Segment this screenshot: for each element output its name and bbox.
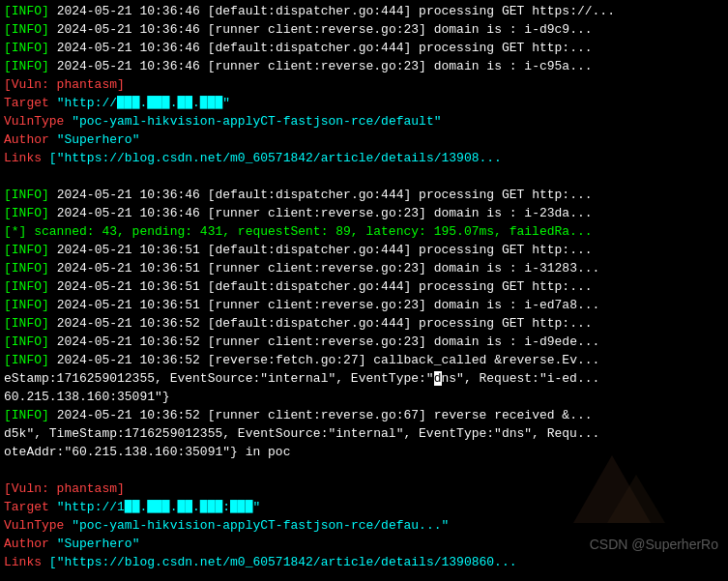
- log-line-15: [INFO] 2024-05-21 10:36:51 [default:disp…: [4, 277, 724, 296]
- target-field-1: Target "http://███.███.██.███": [4, 94, 724, 112]
- log-line-11: [INFO] 2024-05-21 10:36:46 [runner clien…: [4, 204, 724, 222]
- continuation-line-4: oteAddr:"60.215.138.160:35091"} in poc: [4, 443, 724, 461]
- log-line-19: [INFO] 2024-05-21 10:36:52 [reverse:fetc…: [4, 351, 724, 369]
- blank-1: [4, 167, 724, 186]
- blank-2: [4, 461, 724, 479]
- log-line-3: [INFO] 2024-05-21 10:36:46 [default:disp…: [4, 39, 724, 57]
- author-field-1: Author "Superhero": [4, 131, 724, 149]
- log-line-17: [INFO] 2024-05-21 10:36:52 [default:disp…: [4, 314, 724, 333]
- log-line-13: [INFO] 2024-05-21 10:36:51 [default:disp…: [4, 241, 724, 259]
- vuln-tag-2: [Vuln: phantasm]: [4, 479, 724, 498]
- continuation-line-1: eStamp:1716259012355, EventSource:"inter…: [4, 369, 724, 388]
- log-line-16: [INFO] 2024-05-21 10:36:51 [runner clien…: [4, 296, 724, 314]
- log-line-1: [INFO] 2024-05-21 10:36:46 [default:disp…: [4, 2, 724, 20]
- links-field-1: Links ["https://blog.csdn.net/m0_6057184…: [4, 149, 724, 167]
- log-line-14: [INFO] 2024-05-21 10:36:51 [runner clien…: [4, 259, 724, 277]
- target-field-2: Target "http://1██.███.██.███:███": [4, 498, 724, 516]
- vuln-tag-1: [Vuln: phantasm]: [4, 75, 724, 94]
- vulntype-field-1: VulnType "poc-yaml-hikvision-applyCT-fas…: [4, 112, 724, 131]
- log-line-10: [INFO] 2024-05-21 10:36:46 [default:disp…: [4, 186, 724, 204]
- terminal: [INFO] 2024-05-21 10:36:46 [default:disp…: [0, 0, 728, 581]
- continuation-line-2: 60.215.138.160:35091"}: [4, 388, 724, 406]
- log-line-22: [INFO] 2024-05-21 10:36:52 [runner clien…: [4, 406, 724, 424]
- log-line-2: [INFO] 2024-05-21 10:36:46 [runner clien…: [4, 20, 724, 39]
- vulntype-field-2: VulnType "poc-yaml-hikvision-applyCT-fas…: [4, 516, 724, 535]
- continuation-line-3: d5k", TimeStamp:1716259012355, EventSour…: [4, 424, 724, 443]
- log-line-4: [INFO] 2024-05-21 10:36:46 [runner clien…: [4, 57, 724, 75]
- author-field-2: Author "Superhero": [4, 535, 724, 553]
- log-line-18: [INFO] 2024-05-21 10:36:52 [runner clien…: [4, 333, 724, 351]
- links-field-2: Links ["https://blog.csdn.net/m0_6057184…: [4, 553, 724, 571]
- scan-status-line: [*] scanned: 43, pending: 431, requestSe…: [4, 222, 724, 241]
